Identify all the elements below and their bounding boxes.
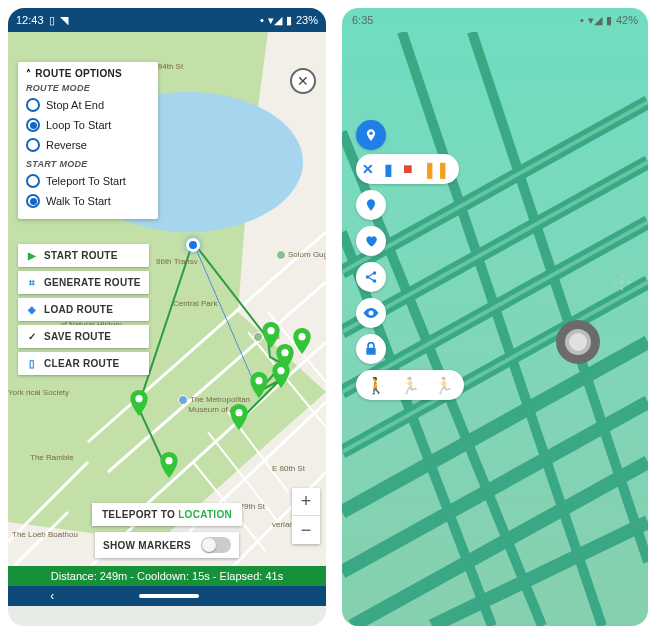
route-buttons: ▶START ROUTE ⌗GENERATE ROUTE ◈LOAD ROUTE… — [18, 244, 149, 375]
phone-right: 6:35 • ▾◢ ▮ 42% ✕ ▮ ■ ❚❚ — [342, 8, 648, 626]
poi-label: E 80th St — [272, 464, 305, 473]
eye-button[interactable] — [356, 298, 386, 328]
battery-pct: 42% — [616, 14, 638, 26]
toggle-switch[interactable] — [201, 537, 231, 553]
show-markers-toggle[interactable]: SHOW MARKERS — [95, 532, 239, 558]
poi-label: York rical Society — [8, 388, 69, 397]
side-controls: ✕ ▮ ■ ❚❚ 🚶 🏃 🏃 — [356, 154, 464, 400]
map-view[interactable]: W 94th St 86th Transv Solom Guggenheim M… — [8, 32, 326, 606]
svg-point-4 — [135, 395, 142, 402]
status-bar: 6:35 • ▾◢ ▮ 42% — [342, 8, 648, 32]
battery-icon: ▮ — [286, 14, 292, 27]
svg-rect-14 — [366, 348, 375, 355]
route-mode-option[interactable]: Loop To Start — [26, 115, 150, 135]
poi-label: The Ramble — [30, 453, 74, 462]
teleport-button[interactable]: TELEPORT TO LOCATION — [92, 503, 242, 526]
play-icon: ▶ — [26, 249, 39, 262]
share-icon — [364, 270, 378, 284]
svg-point-9 — [267, 327, 274, 334]
dot-icon: • — [260, 14, 264, 26]
start-route-button[interactable]: ▶START ROUTE — [18, 244, 149, 267]
route-mode-option[interactable]: Stop At End — [26, 95, 150, 115]
android-nav-bar: ‹ — [8, 586, 326, 606]
lock-button[interactable] — [356, 334, 386, 364]
poi-label: Solom Guggenheim Mu — [276, 250, 326, 260]
walk-icon[interactable]: 🚶 — [366, 376, 386, 395]
compass-icon — [612, 272, 632, 292]
route-waypoint-marker[interactable] — [160, 452, 178, 478]
start-mode-option[interactable]: Teleport To Start — [26, 171, 150, 191]
player-avatar[interactable] — [556, 320, 600, 364]
speed-pill: 🚶 🏃 🏃 — [356, 370, 464, 400]
svg-point-3 — [165, 457, 172, 464]
wifi-icon: ▾◢ — [268, 14, 282, 27]
svg-point-8 — [281, 349, 288, 356]
svg-point-6 — [255, 377, 262, 384]
zoom-in-button[interactable]: + — [292, 488, 320, 516]
trash-icon: ▯ — [26, 357, 39, 370]
playback-pill: ✕ ▮ ■ ❚❚ — [356, 154, 459, 184]
crop-icon: ⌗ — [26, 276, 39, 289]
jog-icon[interactable]: 🏃 — [400, 376, 420, 395]
close-button[interactable]: ✕ — [290, 68, 316, 94]
load-route-button[interactable]: ◈LOAD ROUTE — [18, 298, 149, 321]
dot-icon: • — [580, 14, 584, 26]
heart-icon — [364, 234, 378, 248]
panel-title: ˄ ROUTE OPTIONS — [26, 68, 150, 79]
location-icon — [364, 128, 378, 142]
check-icon: ✓ — [26, 330, 39, 343]
location-fab[interactable] — [356, 120, 386, 150]
share-button[interactable] — [356, 262, 386, 292]
lock-icon — [365, 342, 377, 356]
pin-button[interactable] — [356, 190, 386, 220]
battery-icon: ▮ — [606, 14, 612, 27]
current-location-dot — [186, 238, 200, 252]
battery-pct: 23% — [296, 14, 318, 26]
route-waypoint-marker[interactable] — [230, 404, 248, 430]
route-waypoint-marker[interactable] — [262, 322, 280, 348]
route-waypoint-marker[interactable] — [293, 328, 311, 354]
compass-button[interactable] — [608, 268, 636, 296]
nav-icon: ◥ — [60, 14, 68, 27]
bottom-controls: TELEPORT TO LOCATION SHOW MARKERS — [8, 503, 326, 558]
phone-left: 12:43 ▯ ◥ • ▾◢ ▮ 23% W 94th St 86th Tran… — [8, 8, 326, 626]
generate-route-button[interactable]: ⌗GENERATE ROUTE — [18, 271, 149, 294]
route-mode-option[interactable]: Reverse — [26, 135, 150, 155]
pause-icon[interactable]: ❚❚ — [423, 160, 449, 179]
clear-route-button[interactable]: ▯CLEAR ROUTE — [18, 352, 149, 375]
route-status-bar: Distance: 249m - Cooldown: 15s - Elapsed… — [8, 566, 326, 586]
status-time: 6:35 — [352, 14, 373, 26]
run-icon[interactable]: 🏃 — [434, 376, 454, 395]
map-icon: ▯ — [49, 14, 55, 27]
poi-label: 86th Transv — [156, 257, 198, 266]
back-button[interactable]: ‹ — [50, 589, 54, 603]
start-mode-label: START MODE — [26, 159, 150, 169]
save-route-button[interactable]: ✓SAVE ROUTE — [18, 325, 149, 348]
route-mode-label: ROUTE MODE — [26, 83, 150, 93]
svg-point-5 — [235, 409, 242, 416]
svg-point-10 — [298, 333, 305, 340]
zoom-controls: + − — [292, 488, 320, 544]
zoom-out-button[interactable]: − — [292, 516, 320, 544]
status-time: 12:43 — [16, 14, 44, 26]
map-icon[interactable]: ▮ — [384, 160, 393, 179]
route-options-panel: ˄ ROUTE OPTIONS ROUTE MODE Stop At End L… — [18, 62, 158, 219]
heart-button[interactable] — [356, 226, 386, 256]
route-waypoint-marker[interactable] — [130, 390, 148, 416]
game-map-view[interactable]: ✕ ▮ ■ ❚❚ 🚶 🏃 🏃 — [342, 32, 648, 626]
route-waypoint-marker[interactable] — [250, 372, 268, 398]
close-icon[interactable]: ✕ — [362, 161, 374, 177]
wifi-icon: ▾◢ — [588, 14, 602, 27]
status-bar: 12:43 ▯ ◥ • ▾◢ ▮ 23% — [8, 8, 326, 32]
poi-label: Central Park — [173, 299, 217, 308]
diamond-icon: ◈ — [26, 303, 39, 316]
pin-icon — [364, 198, 378, 212]
eye-icon — [363, 308, 379, 318]
svg-point-15 — [620, 280, 623, 283]
stop-icon[interactable]: ■ — [403, 160, 413, 178]
chevron-up-icon: ˄ — [26, 68, 31, 79]
start-mode-option[interactable]: Walk To Start — [26, 191, 150, 211]
home-button[interactable] — [139, 594, 199, 598]
